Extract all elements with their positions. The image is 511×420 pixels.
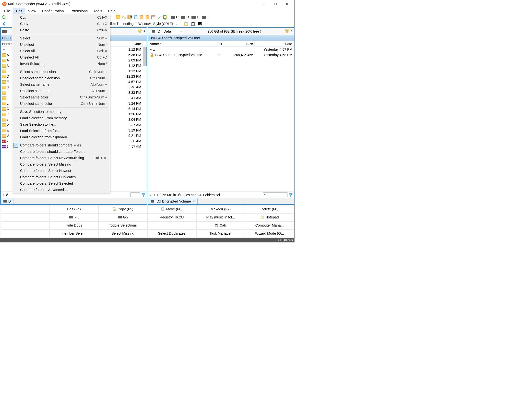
action-button[interactable]: Toggle Selections <box>98 221 147 229</box>
menu-item[interactable]: Unselect same colorCtrl+Shift+Num - <box>12 100 110 107</box>
drive-selector[interactable]: (D:) Data ⌵ <box>150 29 184 34</box>
action-button[interactable] <box>1 229 49 237</box>
menu-item[interactable]: Unselect AllCtrl+D <box>12 54 110 60</box>
action-button[interactable]: Registry HKCU <box>147 213 196 221</box>
panel-tab[interactable]: D <box>1 198 13 204</box>
menu-item[interactable]: Compare folders, Select Missing <box>12 161 110 168</box>
menu-configuration[interactable]: Configuration <box>39 8 67 14</box>
action-button[interactable]: Computer Mana... <box>245 221 294 229</box>
menu-item[interactable]: Compare folders, Select Newest/MissingCt… <box>12 155 110 161</box>
menu-item[interactable]: Load Selection From memory <box>12 115 110 121</box>
action-button[interactable]: Delete (F8) <box>245 205 294 213</box>
action-button[interactable]: Move (F6) <box>147 205 196 213</box>
action-button[interactable]: Calc <box>196 221 245 229</box>
col-ext[interactable]: Ext <box>217 41 230 47</box>
maximize-button[interactable]: ☐ <box>270 0 281 8</box>
action-button[interactable]: Select Duplicates <box>147 229 196 237</box>
action-button[interactable]: Hide DLLs <box>50 221 98 229</box>
action-button[interactable] <box>1 205 49 213</box>
paste-icon[interactable] <box>139 15 144 20</box>
action-button[interactable]: Makedir (F7) <box>196 205 245 213</box>
action-button[interactable] <box>147 221 196 229</box>
tree-icon[interactable] <box>138 29 142 34</box>
line-ending-selector[interactable]: text file's line ending to Windows Style… <box>101 21 178 26</box>
back-arrow-icon[interactable] <box>2 21 7 26</box>
menu-item[interactable]: Compare folders, Select Selected <box>12 180 110 187</box>
menu-item[interactable]: SelectNum + <box>12 35 110 41</box>
menu-item[interactable]: CutCtrl+X <box>12 14 110 21</box>
close-tab-icon[interactable]: ✕ <box>192 200 195 203</box>
copy-icon[interactable] <box>133 15 138 20</box>
filter-input[interactable] <box>263 192 287 197</box>
funnel-icon[interactable] <box>141 193 146 197</box>
drive-d[interactable]: D <box>181 15 189 19</box>
cmd-icon[interactable]: C:\ <box>197 21 202 26</box>
action-button[interactable]: Wizard Mode (O... <box>245 229 294 237</box>
chevron-down-icon[interactable]: ⌄ <box>149 193 154 197</box>
drive-c[interactable]: C <box>171 15 178 19</box>
menu-item[interactable]: CopyCtrl+C <box>12 21 110 27</box>
menu-item[interactable]: Load Selection from file... <box>12 128 110 134</box>
action-button[interactable]: Play music in fol... <box>196 213 245 221</box>
action-button[interactable]: Select Missing <box>98 229 147 237</box>
menu-extensions[interactable]: Extensions <box>67 8 91 14</box>
menu-item[interactable]: Save Selection to file... <box>12 121 110 128</box>
menu-help[interactable]: Help <box>105 8 119 14</box>
scrollbar-thumb[interactable] <box>143 47 147 66</box>
menu-item[interactable]: Compare folders, Advanced ... <box>12 187 110 193</box>
menu-tools[interactable]: Tools <box>91 8 105 14</box>
menu-item[interactable]: Compare folders, Select Duplicates <box>12 174 110 180</box>
minimize-button[interactable]: ─ <box>259 0 270 8</box>
menu-view[interactable]: View <box>25 8 39 14</box>
col-date[interactable]: Date <box>124 41 143 47</box>
menu-item[interactable]: ✓Compare folders should compare Files <box>12 142 110 148</box>
menu-item[interactable]: Invert SelectionNum * <box>12 60 110 67</box>
menu-item[interactable]: Select same extensionCtrl+Num + <box>12 69 110 75</box>
folder-tree-icon[interactable] <box>121 15 126 20</box>
menu-item[interactable]: PasteCtrl+V <box>12 27 110 33</box>
close-button[interactable]: ✕ <box>281 0 292 8</box>
path-bar[interactable]: D:\LO4D.com\Encrypted Volume\ <box>148 35 294 41</box>
app-icon[interactable] <box>116 15 120 20</box>
filter-input[interactable] <box>131 192 140 197</box>
menu-item[interactable]: Select same colorCtrl+Shift+Num + <box>12 94 110 100</box>
menu-file[interactable]: File <box>1 8 13 14</box>
menu-edit[interactable]: Edit <box>13 8 25 14</box>
file-list[interactable]: ←..Yesterday 4:57 PM🔒 LO4D.com - Encrypt… <box>148 47 294 192</box>
calendar-icon[interactable] <box>151 15 156 20</box>
action-button[interactable]: Edit (F4) <box>50 205 98 213</box>
menu-item[interactable]: UnselectNum - <box>12 41 110 48</box>
action-button[interactable]: +Copy (F5) <box>98 205 147 213</box>
paste-special-icon[interactable] <box>145 15 150 20</box>
menu-item[interactable]: Unselect same nameAlt+Num - <box>12 88 110 94</box>
menu-item[interactable]: Select same nameAlt+Num + <box>12 81 110 88</box>
col-size[interactable]: Size <box>230 41 255 47</box>
action-button[interactable]: Task Manager <box>196 229 245 237</box>
brush-icon[interactable] <box>157 15 162 20</box>
folder-kb-icon[interactable]: kb <box>127 15 132 20</box>
drive-t[interactable]: T <box>202 15 209 19</box>
menu-item[interactable]: Select AllCtrl+A <box>12 48 110 54</box>
action-button[interactable]: G:\ <box>98 213 147 221</box>
menu-item[interactable]: Unselect same extensionCtrl+Num - <box>12 75 110 81</box>
color-wheel-icon[interactable] <box>163 15 167 20</box>
backslash-label[interactable]: \ <box>144 29 145 34</box>
action-button[interactable] <box>1 221 49 229</box>
action-button[interactable] <box>1 213 49 221</box>
panel-tab[interactable]: [D:] Encrypted Volume ✕ <box>148 198 198 204</box>
col-name[interactable]: Name╱ <box>148 41 217 47</box>
col-date[interactable]: Date <box>255 41 294 47</box>
notepad-icon[interactable] <box>184 21 189 26</box>
refresh-icon[interactable] <box>1 15 6 20</box>
menu-item[interactable]: Compare folders should compare Folders <box>12 148 110 155</box>
menu-item[interactable]: Load Selection from clipboard <box>12 134 110 140</box>
action-button[interactable]: F:\ <box>50 213 98 221</box>
file-row[interactable]: ←..Yesterday 4:57 PM <box>148 47 294 52</box>
calculator-icon[interactable] <box>190 21 195 26</box>
tree-icon[interactable] <box>285 29 289 34</box>
drive-e[interactable]: E <box>191 15 199 19</box>
backslash-label[interactable]: \ <box>291 29 292 34</box>
file-row[interactable]: 🔒 LO4D.com - Encrypted Volumehc268,435,4… <box>148 52 294 58</box>
menu-item[interactable]: Compare folders, Select Newest <box>12 168 110 174</box>
action-button[interactable]: nember Sele... <box>50 229 98 237</box>
